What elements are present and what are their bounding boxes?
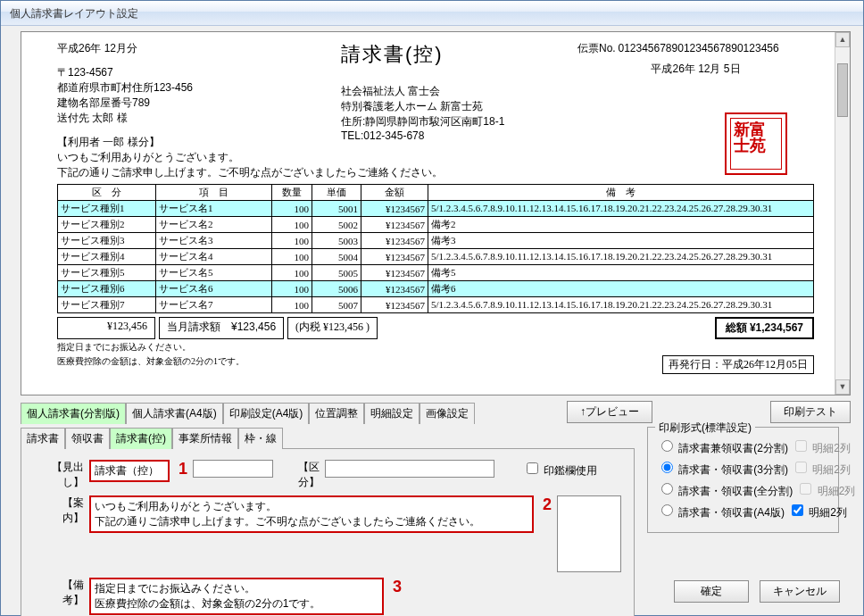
table-row: サービス種別2サービス名21005002¥1234567備考2 [58, 217, 814, 233]
chk-detail-2col-0: 明細2列 [792, 437, 851, 456]
annotation-3: 3 [393, 578, 402, 596]
issue-date: 平成26年 12月 5日 [577, 62, 814, 77]
month-total-box: 当月請求額 ¥123,456 [159, 317, 284, 339]
slip-no: 012345678901234567890123456 [618, 42, 778, 54]
slip-no-label: 伝票No. [577, 42, 616, 54]
th-amount: 金額 [361, 185, 428, 201]
print-test-button[interactable]: 印刷テスト [770, 401, 851, 423]
greeting-1: いつもご利用ありがとうございます。 [57, 150, 814, 165]
tab-print-a4[interactable]: 印刷設定(A4版) [223, 403, 310, 424]
postal: 〒123-4567 [57, 65, 341, 80]
footnote-2: 医療費控除の金額は、対象金額の2分の1です。 [57, 355, 245, 374]
radio-a4[interactable]: 請求書・領収書(A4版) [657, 502, 785, 520]
user-line: 【利用者 一郎 様分】 [57, 135, 341, 150]
subtab-frame[interactable]: 枠・線 [238, 428, 283, 449]
left-total: ¥123,456 [57, 317, 155, 339]
table-row: サービス種別7サービス名71005007¥12345675/1.2.3.4.5.… [58, 297, 814, 313]
tab-personal-a4[interactable]: 個人請求書(A4版) [126, 403, 223, 424]
subtab-office[interactable]: 事業所情報 [172, 428, 238, 449]
subtab-invoice[interactable]: 請求書 [21, 428, 65, 449]
corp-facility: 特別養護老人ホーム 新富士苑 [341, 99, 577, 114]
recipient: 送付先 太郎 様 [57, 111, 341, 126]
chk-detail-2col-2: 明細2列 [796, 480, 855, 499]
th-remark: 備 考 [428, 185, 814, 201]
seal-stamp: 新富士苑 [725, 112, 787, 175]
doc-title: 請求書(控) [341, 41, 577, 68]
bikou-label: 【備 考】 [34, 578, 84, 608]
annai-input[interactable]: いつもご利用ありがとうございます。 下記の通りご請求申し上げます。ご不明な点がご… [89, 495, 534, 533]
corp-name: 社会福祉法人 富士会 [341, 84, 577, 99]
scroll-thumb[interactable] [837, 63, 848, 117]
preview-pane: 平成26年 12月分 〒123-4567 都道府県市町村住所123-456 建物… [21, 31, 851, 395]
bikou-input[interactable]: 指定日までにお振込みください。 医療費控除の金額は、対象金額の2分の1です。 [89, 578, 384, 615]
greeting-2: 下記の通りご請求申し上げます。ご不明な点がございましたらご連絡ください。 [57, 165, 814, 180]
corp-tel: TEL:012-345-678 [341, 129, 577, 142]
radio-allsplit[interactable]: 請求書・領収書(全分割) [657, 480, 793, 499]
chk-detail-2col-1: 明細2列 [792, 459, 851, 478]
th-qty: 数量 [272, 185, 312, 201]
heading-input[interactable]: 請求書（控） [89, 460, 170, 482]
grand-total: 総額 ¥1,234,567 [715, 317, 814, 339]
table-row: サービス種別5サービス名51005005¥1234567備考5 [58, 265, 814, 281]
th-kubun: 区 分 [58, 185, 156, 201]
heading-label: 【見出し】 [34, 460, 84, 490]
ok-button[interactable]: 確定 [674, 580, 749, 603]
scroll-up-icon[interactable]: ▲ [835, 32, 850, 47]
address: 都道府県市町村住所123-456 [57, 80, 341, 96]
kubun-input[interactable] [325, 460, 494, 478]
kubun-label: 【区 分】 [278, 460, 320, 490]
subtab-invoice-copy[interactable]: 請求書(控) [110, 428, 172, 449]
scrollbar[interactable]: ▲▼ [835, 32, 850, 395]
stamp-checkbox[interactable]: 印鑑欄使用 [523, 460, 597, 479]
invoice-table: 区 分 項 目 数量 単価 金額 備 考 サービス種別1サービス名1100500… [57, 184, 814, 313]
window-title: 個人請求書レイアウト設定 [1, 1, 863, 26]
table-row: サービス種別3サービス名31005003¥1234567備考3 [58, 233, 814, 249]
preview-button[interactable]: ↑プレビュー [567, 401, 652, 423]
annotation-1: 1 [179, 460, 187, 479]
radio-3split[interactable]: 請求書・領収書(3分割) [657, 459, 788, 478]
building: 建物名部屋番号789 [57, 96, 341, 111]
radio-2split[interactable]: 請求書兼領収書(2分割) [657, 437, 788, 456]
annai-label: 【案 内】 [34, 495, 84, 526]
table-row: サービス種別6サービス名61005006¥1234567備考6 [58, 281, 814, 297]
annotation-2: 2 [543, 495, 552, 514]
footnote-1: 指定日までにお振込みください。 [57, 341, 814, 354]
corp-address: 住所:静岡県静岡市駿河区南町18-1 [341, 114, 577, 129]
table-row: サービス種別1サービス名11005001¥12345675/1.2.3.4.5.… [58, 201, 814, 217]
print-format-legend: 印刷形式(標準設定) [655, 420, 755, 436]
reissue-date: 再発行日：平成26年12月05日 [662, 355, 814, 374]
th-unit: 単価 [312, 185, 361, 201]
print-format-group: 印刷形式(標準設定) 請求書兼領収書(2分割) 明細2列 請求書・領収書(3分割… [647, 427, 839, 533]
tab-detail[interactable]: 明細設定 [364, 403, 420, 424]
heading-input-2[interactable] [193, 460, 273, 478]
chk-detail-2col-3[interactable]: 明細2列 [788, 502, 847, 520]
scroll-down-icon[interactable]: ▼ [835, 379, 850, 395]
cancel-button[interactable]: キャンセル [760, 580, 840, 603]
table-row: サービス種別4サービス名41005004¥12345675/1.2.3.4.5.… [58, 249, 814, 265]
tax-box: (内税 ¥123,456 ) [287, 317, 378, 339]
tab-image[interactable]: 画像設定 [420, 403, 475, 424]
tab-personal-split[interactable]: 個人請求書(分割版) [21, 403, 126, 424]
subtab-receipt[interactable]: 領収書 [65, 428, 110, 449]
stamp-preview [557, 495, 621, 572]
period: 平成26年 12月分 [57, 41, 341, 56]
tab-position[interactable]: 位置調整 [309, 403, 364, 424]
th-item: 項 目 [156, 185, 272, 201]
